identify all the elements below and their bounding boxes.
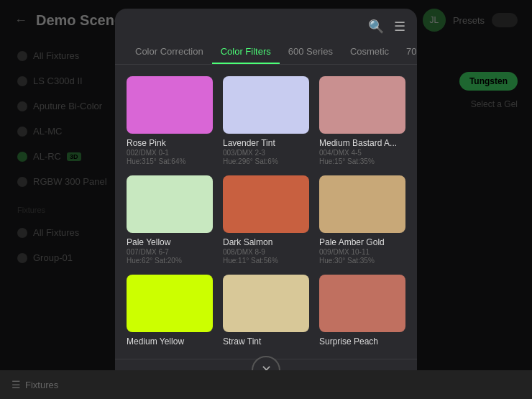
color-swatch-pale-amber	[319, 175, 405, 233]
color-name: Surprise Peach	[319, 336, 405, 347]
tab-700-series[interactable]: 700 Series	[398, 40, 417, 64]
tab-color-correction[interactable]: Color Correction	[127, 40, 212, 64]
color-swatch-medium-yellow	[127, 275, 213, 332]
color-dmx: 004/DMX 4-5	[319, 149, 405, 157]
color-dmx: 007/DMX 6-7	[127, 248, 213, 256]
color-dmx: 003/DMX 2-3	[223, 149, 309, 157]
color-dmx: 002/DMX 0-1	[127, 149, 213, 157]
color-swatch-peach	[319, 275, 405, 332]
color-filters-modal: 🔍 ☰ Color Correction Color Filters 600 S…	[115, 9, 417, 391]
color-hue: Hue:296° Sat:6%	[223, 157, 309, 165]
color-swatch-rose-pink	[127, 76, 213, 134]
modal-body: Rose Pink 002/DMX 0-1 Hue:315° Sat:64% L…	[115, 65, 417, 359]
color-name: Rose Pink	[127, 138, 213, 148]
color-name: Medium Yellow	[127, 336, 213, 347]
color-item-straw-tint[interactable]: Straw Tint	[223, 275, 309, 347]
color-swatch-pale-yellow	[127, 175, 213, 233]
menu-icon[interactable]: ☰	[394, 19, 405, 35]
color-grid: Rose Pink 002/DMX 0-1 Hue:315° Sat:64% L…	[127, 76, 405, 347]
color-swatch-straw	[223, 275, 309, 332]
color-name: Straw Tint	[223, 336, 309, 347]
modal-tabs: Color Correction Color Filters 600 Serie…	[115, 40, 417, 65]
modal-header: 🔍 ☰	[115, 9, 417, 40]
color-name: Dark Salmon	[223, 237, 309, 247]
tab-color-filters[interactable]: Color Filters	[212, 40, 280, 64]
color-item-dark-salmon[interactable]: Dark Salmon 008/DMX 8-9 Hue:11° Sat:56%	[223, 175, 309, 265]
color-hue: Hue:62° Sat:20%	[127, 257, 213, 265]
color-hue: Hue:15° Sat:35%	[319, 157, 405, 165]
color-item-surprise-peach[interactable]: Surprise Peach	[319, 275, 405, 347]
color-item-pale-amber-gold[interactable]: Pale Amber Gold 009/DMX 10-11 Hue:30° Sa…	[319, 175, 405, 265]
color-swatch-dark-salmon	[223, 175, 309, 233]
color-item-rose-pink[interactable]: Rose Pink 002/DMX 0-1 Hue:315° Sat:64%	[127, 76, 213, 165]
color-dmx: 008/DMX 8-9	[223, 248, 309, 256]
color-hue: Hue:30° Sat:35%	[319, 257, 405, 265]
color-hue: Hue:315° Sat:64%	[127, 157, 213, 165]
fixtures-label: Fixtures	[25, 380, 58, 390]
color-item-medium-bastard[interactable]: Medium Bastard A... 004/DMX 4-5 Hue:15° …	[319, 76, 405, 165]
color-name: Medium Bastard A...	[319, 138, 405, 148]
color-name: Pale Yellow	[127, 237, 213, 247]
color-item-lavender-tint[interactable]: Lavender Tint 003/DMX 2-3 Hue:296° Sat:6…	[223, 76, 309, 165]
fixtures-icon: ☰	[12, 379, 21, 390]
bottom-bar: ☰ Fixtures	[0, 370, 532, 399]
tab-cosmetic[interactable]: Cosmetic	[341, 40, 398, 64]
color-item-medium-yellow[interactable]: Medium Yellow	[127, 275, 213, 347]
search-icon[interactable]: 🔍	[368, 19, 384, 35]
color-hue: Hue:11° Sat:56%	[223, 257, 309, 265]
color-name: Lavender Tint	[223, 138, 309, 148]
color-swatch-bastard	[319, 76, 405, 134]
color-item-pale-yellow[interactable]: Pale Yellow 007/DMX 6-7 Hue:62° Sat:20%	[127, 175, 213, 265]
color-dmx: 009/DMX 10-11	[319, 248, 405, 256]
tab-600-series[interactable]: 600 Series	[280, 40, 341, 64]
modal-overlay: 🔍 ☰ Color Correction Color Filters 600 S…	[0, 0, 532, 399]
color-swatch-lavender	[223, 76, 309, 134]
color-name: Pale Amber Gold	[319, 237, 405, 247]
